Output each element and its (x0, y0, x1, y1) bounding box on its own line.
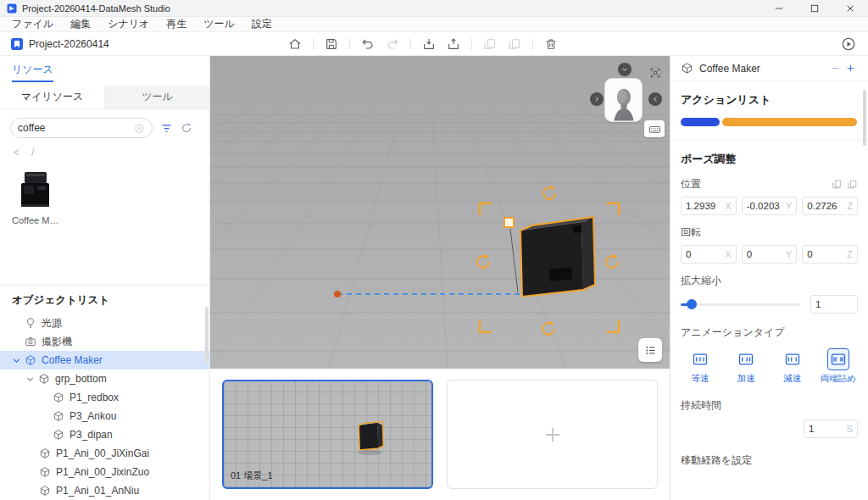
redo-icon[interactable] (386, 37, 399, 51)
tab-my-resources[interactable]: マイリソース (0, 86, 104, 108)
timeline-segment-orange[interactable] (722, 118, 857, 126)
position-x-input[interactable] (686, 201, 722, 211)
ease-both-ends-icon (830, 351, 847, 368)
tree-item-camera[interactable]: 撮影機 (0, 332, 209, 351)
tree-item-p3-dipan[interactable]: P3_dipan (0, 425, 209, 444)
avatar-collapse-icon[interactable] (648, 92, 662, 106)
menu-scenario[interactable]: シナリオ (99, 17, 158, 31)
window-maximize-button[interactable] (797, 0, 832, 16)
rotate-handle-left[interactable] (477, 253, 489, 267)
scale-slider-knob[interactable] (687, 299, 697, 309)
cube-icon (53, 410, 64, 422)
scale-slider[interactable] (681, 299, 800, 309)
menu-file[interactable]: ファイル (3, 17, 62, 31)
viewport-3d[interactable] (210, 56, 670, 369)
cube-icon (25, 354, 36, 366)
copy-icon[interactable] (483, 37, 497, 51)
rotation-x-input[interactable] (686, 249, 722, 259)
remove-action-button[interactable] (827, 61, 843, 76)
delete-icon[interactable] (544, 37, 558, 51)
refresh-icon[interactable] (181, 122, 192, 134)
tree-item-p1-ani-00-jixinzuo[interactable]: P1_Ani_00_JixinZuo (0, 463, 209, 481)
save-icon[interactable] (325, 37, 338, 51)
rotate-handle-bottom[interactable] (542, 320, 554, 334)
anim-type-decelerate[interactable]: 減速 (773, 348, 812, 385)
menu-settings[interactable]: 設定 (243, 17, 281, 31)
breadcrumb: < / (0, 142, 209, 160)
pose-title: ポーズ調整 (681, 152, 858, 167)
action-list-title: アクションリスト (681, 92, 858, 108)
anim-type-ease-both[interactable]: 両端詰め (819, 348, 858, 385)
menu-play[interactable]: 再生 (158, 17, 195, 31)
cube-icon (39, 485, 51, 497)
left-panel-scrollbar[interactable] (205, 307, 209, 363)
copy-pose-icon[interactable] (832, 179, 843, 190)
menu-tools[interactable]: ツール (195, 17, 243, 31)
undo-icon[interactable] (361, 37, 375, 51)
toolbar-divider (349, 38, 350, 50)
rotation-y-field: Y (742, 245, 798, 264)
filter-icon[interactable] (160, 122, 173, 135)
chevron-down-icon[interactable] (11, 355, 22, 366)
breadcrumb-root[interactable]: / (31, 147, 34, 158)
resource-tabs: マイリソース ツール (0, 86, 209, 109)
keyboard-shortcuts-button[interactable] (644, 120, 665, 137)
resource-item-coffee-maker[interactable]: Coffee Ma... (12, 167, 61, 225)
duration-unit: S (847, 424, 853, 434)
selected-object-name: Coffee Maker (699, 63, 827, 75)
toolbar: Project-20260414 (0, 32, 868, 56)
inspector-header: Coffee Maker (670, 56, 868, 81)
anim-type-accelerate[interactable]: 加速 (726, 348, 765, 385)
rotate-handle-right[interactable] (606, 253, 618, 267)
scale-handle[interactable] (504, 218, 514, 227)
clear-search-icon[interactable] (134, 123, 145, 134)
right-panel-scrollbar[interactable] (863, 90, 866, 146)
path-start-point[interactable] (334, 291, 341, 297)
coffee-maker-model[interactable] (520, 217, 595, 297)
paste-pose-icon[interactable] (847, 179, 858, 190)
play-preview-icon[interactable] (841, 36, 856, 52)
window-minimize-button[interactable] (761, 0, 797, 16)
tree-item-coffee-maker[interactable]: Coffee Maker (0, 351, 209, 369)
scene-list-button[interactable] (638, 338, 662, 362)
add-scene-card[interactable] (447, 380, 658, 489)
avatar-preview[interactable] (605, 79, 642, 121)
position-label: 位置 (681, 177, 701, 192)
avatar-expand-icon[interactable] (590, 92, 604, 106)
set-motion-path-button[interactable]: 移動経路を設定 (681, 453, 858, 468)
position-y-input[interactable] (747, 201, 783, 211)
tree-item-p1-redbox[interactable]: P1_redbox (0, 388, 209, 407)
timeline-segment-blue[interactable] (681, 118, 720, 126)
rotation-z-input[interactable] (807, 249, 844, 259)
position-z-input[interactable] (807, 201, 844, 211)
motion-path[interactable] (334, 291, 541, 297)
tree-item-p1-ani-00-jixingai[interactable]: P1_Ani_00_JiXinGai (0, 444, 209, 463)
add-action-button[interactable] (843, 61, 858, 76)
search-input[interactable] (18, 122, 134, 134)
scale-input[interactable] (815, 299, 853, 309)
menu-edit[interactable]: 編集 (62, 17, 99, 31)
action-timeline[interactable] (681, 118, 858, 126)
breadcrumb-back[interactable]: < (14, 147, 19, 158)
position-y-field: Y (742, 197, 798, 215)
tab-tools[interactable]: ツール (104, 86, 209, 108)
animation-type-label: アニメーションタイプ (681, 325, 785, 340)
home-icon[interactable] (288, 37, 302, 51)
frame-view-icon[interactable] (649, 67, 661, 79)
tree-item-p3-ankou[interactable]: P3_Ankou (0, 407, 209, 425)
tree-item-light[interactable]: 光源 (0, 314, 209, 332)
window-close-button[interactable] (832, 0, 868, 16)
paste-icon[interactable] (508, 37, 521, 51)
tree-item-p1-ani-01-anniu[interactable]: P1_Ani_01_AnNiu (0, 481, 209, 500)
scene-card-1[interactable]: 01 場景_1 (222, 380, 433, 489)
tree-item-grp-bottom[interactable]: grp_bottom (0, 369, 209, 388)
rotation-y-input[interactable] (747, 249, 783, 259)
chevron-down-icon[interactable] (25, 374, 36, 385)
duration-input[interactable] (809, 424, 844, 434)
anim-type-constant[interactable]: 等速 (681, 348, 720, 385)
position-x-field: X (681, 197, 737, 215)
export-icon[interactable] (447, 37, 460, 51)
rotation-x-field: X (681, 245, 737, 264)
collapse-panel-button[interactable] (618, 63, 632, 76)
import-icon[interactable] (422, 37, 436, 51)
